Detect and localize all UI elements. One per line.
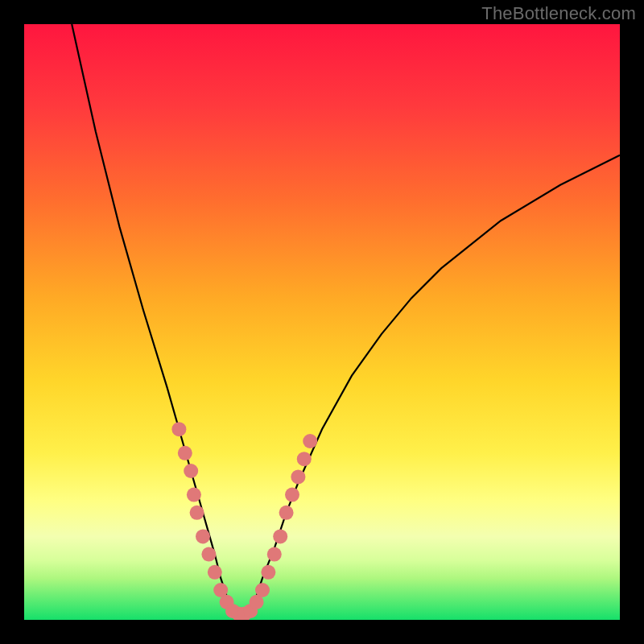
data-marker [291, 469, 305, 484]
data-marker [279, 506, 294, 520]
data-marker [255, 583, 270, 597]
bottleneck-curve [24, 24, 620, 620]
plot-area [24, 24, 620, 620]
curve-path [72, 24, 620, 614]
data-marker [201, 547, 216, 562]
data-marker [273, 529, 287, 543]
data-marker [190, 506, 204, 520]
data-marker [297, 452, 312, 466]
data-marker [285, 488, 299, 502]
data-marker [184, 464, 198, 478]
data-marker [178, 446, 192, 460]
watermark-text: TheBottleneck.com [481, 3, 636, 24]
data-marker [303, 434, 317, 448]
data-marker [267, 547, 282, 562]
data-marker [171, 422, 186, 436]
data-marker [196, 529, 210, 543]
data-marker [208, 565, 222, 580]
data-marker [187, 488, 201, 502]
data-marker [261, 565, 275, 580]
